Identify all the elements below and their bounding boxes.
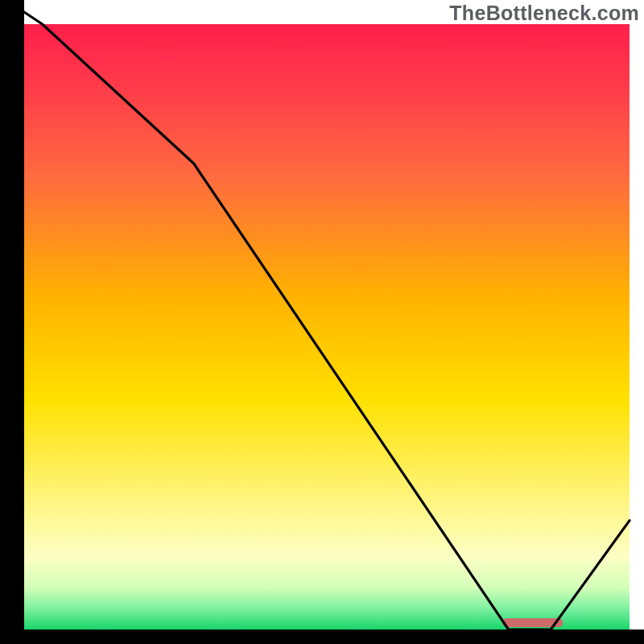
y-axis: [0, 0, 24, 644]
bottleneck-curve-chart: [0, 0, 644, 644]
plot-background: [24, 24, 630, 630]
chart-stage: TheBottleneck.com: [0, 0, 644, 644]
x-axis: [0, 630, 644, 644]
